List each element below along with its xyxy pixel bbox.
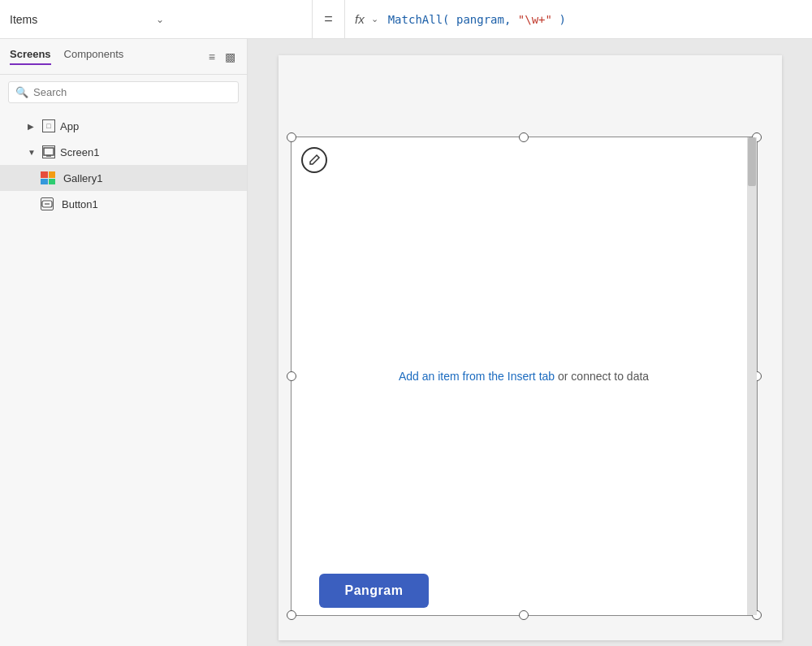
gallery-scrollbar[interactable] — [747, 137, 757, 615]
formula-text[interactable]: MatchAll( pangram, "\w+" ) — [388, 13, 566, 26]
tree-label-gallery1: Gallery1 — [63, 172, 102, 184]
search-icon: 🔍 — [15, 86, 28, 98]
expand-arrow-app[interactable]: ▶ — [28, 122, 37, 131]
tree-item-button1[interactable]: Button1 — [0, 191, 247, 217]
tree-label-app: App — [60, 120, 79, 132]
handle-mid-left[interactable] — [287, 371, 296, 381]
tab-components[interactable]: Components — [64, 48, 124, 65]
grid-view-icon[interactable]: ▩ — [223, 49, 237, 65]
app-icon: □ — [42, 119, 55, 132]
fx-label: fx — [355, 12, 365, 26]
tree-label-button1: Button1 — [62, 198, 98, 210]
formula-expand-icon[interactable]: ⌄ — [371, 14, 378, 24]
tree-item-gallery1[interactable]: Gallery1 — [0, 165, 247, 191]
handle-bottom-left[interactable] — [287, 610, 296, 620]
gallery-placeholder-normal: or connect to data — [555, 370, 649, 383]
property-dropdown[interactable]: Items ⌄ — [0, 0, 313, 38]
gallery-placeholder: Add an item from the Insert tab or conne… — [399, 370, 649, 383]
search-box[interactable]: 🔍 — [8, 81, 239, 103]
tab-icons: ≡ ▩ — [207, 49, 237, 65]
gallery-icon — [41, 171, 55, 184]
screen-icon — [42, 145, 55, 158]
tree-panel: ▶ □ App ▼ Screen1 Gallery1 — [0, 110, 247, 646]
search-input[interactable] — [33, 86, 231, 98]
handle-bottom-center[interactable] — [519, 610, 529, 620]
handle-top-left[interactable] — [287, 132, 296, 142]
equals-sign: = — [313, 0, 345, 38]
button-icon — [41, 197, 54, 210]
tab-screens[interactable]: Screens — [10, 48, 51, 65]
formula-bar[interactable]: fx ⌄ MatchAll( pangram, "\w+" ) — [345, 0, 812, 38]
tree-label-screen1: Screen1 — [60, 146, 99, 158]
canvas-button[interactable]: Pangram — [319, 574, 430, 608]
property-label: Items — [10, 13, 156, 26]
handle-top-center[interactable] — [519, 132, 529, 142]
tree-item-screen1[interactable]: ▼ Screen1 — [0, 139, 247, 165]
screen-canvas[interactable]: Add an item from the Insert tab or conne… — [279, 55, 782, 640]
top-bar: Items ⌄ = fx ⌄ MatchAll( pangram, "\w+" … — [0, 0, 812, 39]
left-panel: Screens Components ≡ ▩ 🔍 ▶ □ App ▼ Scree… — [0, 39, 248, 646]
tab-bar: Screens Components ≡ ▩ — [0, 39, 247, 75]
gallery-scrollbar-thumb[interactable] — [748, 137, 756, 186]
expand-arrow-screen1[interactable]: ▼ — [28, 148, 37, 157]
edit-icon[interactable] — [301, 147, 327, 173]
dropdown-chevron: ⌄ — [156, 14, 302, 25]
gallery-placeholder-link: Add an item from the Insert tab — [399, 370, 555, 383]
tree-item-app[interactable]: ▶ □ App — [0, 113, 247, 139]
gallery-selection[interactable]: Add an item from the Insert tab or conne… — [291, 137, 758, 616]
formula-string: "\w+" — [518, 13, 552, 26]
svg-rect-0 — [44, 148, 54, 155]
canvas-area: Add an item from the Insert tab or conne… — [248, 39, 812, 646]
list-view-icon[interactable]: ≡ — [207, 49, 217, 65]
